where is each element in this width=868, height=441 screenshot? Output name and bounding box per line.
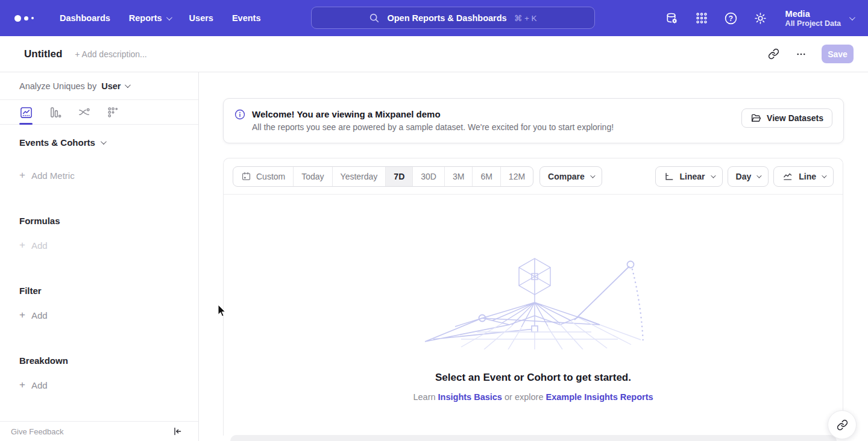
collapse-sidebar-icon[interactable] — [172, 427, 182, 436]
date-range-segmented-control: Custom Today Yesterday 7D 30D 3M 6M 12M — [233, 166, 533, 187]
tab-insights[interactable] — [19, 100, 33, 124]
empty-state-title: Select an Event or Cohort to get started… — [435, 372, 631, 384]
events-cohorts-heading[interactable]: Events & Cohorts — [19, 137, 198, 148]
search-shortcut: ⌘ + K — [514, 13, 537, 23]
data-management-icon[interactable] — [665, 11, 679, 25]
mixpanel-logo[interactable] — [14, 15, 41, 22]
nav-dashboards[interactable]: Dashboards — [60, 13, 110, 23]
flows-sankey-icon — [77, 105, 91, 119]
share-link-fab[interactable] — [828, 410, 857, 439]
tab-retention[interactable] — [106, 100, 120, 124]
chart-type-dropdown[interactable]: Line — [773, 166, 834, 187]
chevron-down-icon — [590, 173, 595, 178]
line-chart-icon — [782, 170, 793, 182]
report-type-tabs — [0, 100, 198, 125]
chart-controls: Custom Today Yesterday 7D 30D 3M 6M 12M … — [224, 158, 843, 195]
plus-icon: + — [19, 239, 25, 251]
banner-title: Welcome! You are viewing a Mixpanel demo — [252, 108, 614, 120]
plus-icon: + — [19, 309, 25, 321]
range-12m[interactable]: 12M — [500, 167, 533, 186]
project-switcher[interactable]: Media All Project Data — [785, 8, 854, 28]
range-3m[interactable]: 3M — [444, 167, 472, 186]
copy-link-icon[interactable] — [766, 47, 781, 61]
add-breakdown-button[interactable]: + Add — [19, 379, 198, 391]
chevron-down-icon — [756, 173, 761, 178]
top-nav: Dashboards Reports Users Events Open Rep… — [0, 0, 868, 36]
project-scope: All Project Data — [785, 19, 841, 28]
add-formula-button[interactable]: + Add — [19, 239, 198, 251]
nav-users[interactable]: Users — [189, 13, 213, 23]
search-placeholder: Open Reports & Dashboards — [387, 13, 506, 23]
help-icon[interactable]: ? — [724, 11, 738, 25]
chevron-down-icon — [101, 139, 107, 145]
global-search-input[interactable]: Open Reports & Dashboards ⌘ + K — [311, 7, 595, 29]
save-button[interactable]: Save — [822, 45, 854, 63]
empty-state-hint: Learn Insights Basics or explore Example… — [413, 392, 653, 402]
welcome-banner: Welcome! You are viewing a Mixpanel demo… — [223, 98, 844, 143]
range-7d[interactable]: 7D — [385, 167, 412, 186]
tab-flows[interactable] — [77, 100, 91, 124]
calendar-icon — [241, 171, 251, 181]
empty-state-illustration — [419, 253, 648, 349]
project-name: Media — [785, 8, 841, 19]
insights-basics-link[interactable]: Insights Basics — [438, 392, 502, 402]
scale-dropdown[interactable]: Linear — [655, 166, 723, 187]
nav-events[interactable]: Events — [232, 13, 261, 23]
example-insights-reports-link[interactable]: Example Insights Reports — [546, 392, 653, 402]
funnels-bars-icon — [48, 105, 62, 119]
plus-icon: + — [19, 379, 25, 391]
banner-subtitle: All the reports you see are powered by a… — [252, 122, 614, 132]
range-custom[interactable]: Custom — [233, 167, 293, 186]
range-today[interactable]: Today — [293, 167, 332, 186]
main-content: Welcome! You are viewing a Mixpanel demo… — [199, 72, 868, 441]
give-feedback-link[interactable]: Give Feedback — [11, 427, 63, 436]
info-icon — [234, 109, 245, 120]
chevron-down-icon — [849, 14, 855, 20]
search-icon — [369, 13, 380, 23]
plus-icon: + — [19, 169, 25, 181]
add-filter-button[interactable]: + Add — [19, 309, 198, 321]
settings-gear-icon[interactable] — [753, 11, 768, 25]
interval-dropdown[interactable]: Day — [728, 166, 769, 187]
folder-icon — [750, 113, 761, 124]
query-sidebar: Analyze Uniques by User — [0, 72, 199, 441]
filter-heading: Filter — [19, 286, 198, 296]
next-section-peek — [230, 435, 837, 441]
chevron-down-icon — [125, 82, 131, 88]
nav-reports[interactable]: Reports — [129, 13, 171, 23]
tab-funnels[interactable] — [48, 100, 62, 124]
chevron-down-icon — [822, 173, 826, 178]
svg-text:?: ? — [729, 14, 733, 22]
range-30d[interactable]: 30D — [412, 167, 444, 186]
range-6m[interactable]: 6M — [472, 167, 500, 186]
report-title[interactable]: Untitled — [24, 48, 62, 60]
chevron-down-icon — [166, 14, 172, 20]
compare-dropdown[interactable]: Compare — [539, 166, 602, 187]
insights-line-chart-icon — [19, 105, 33, 119]
linear-axis-icon — [664, 171, 675, 182]
range-yesterday[interactable]: Yesterday — [332, 167, 386, 186]
add-metric-button[interactable]: + Add Metric — [19, 169, 198, 181]
report-header: Untitled + Add description... Save — [0, 36, 868, 72]
view-datasets-button[interactable]: View Datasets — [741, 108, 832, 128]
add-description-field[interactable]: + Add description... — [75, 49, 146, 59]
more-options-icon[interactable] — [794, 47, 808, 61]
retention-grid-icon — [106, 105, 120, 119]
breakdown-heading: Breakdown — [19, 355, 198, 366]
formulas-heading: Formulas — [19, 216, 198, 226]
apps-grid-icon[interactable] — [694, 11, 709, 25]
analyze-by-dropdown[interactable]: User — [101, 81, 129, 91]
insights-chart-card: Custom Today Yesterday 7D 30D 3M 6M 12M … — [223, 158, 843, 436]
chart-canvas: Select an Event or Cohort to get started… — [224, 195, 843, 435]
analyze-prefix-label: Analyze Uniques by — [19, 81, 96, 91]
chevron-down-icon — [711, 173, 715, 178]
